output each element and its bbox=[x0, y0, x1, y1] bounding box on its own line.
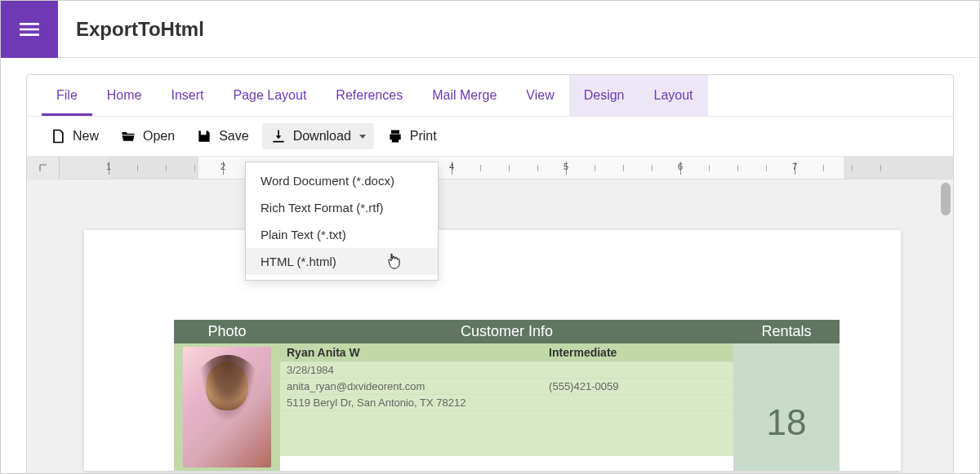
rentals-count: 18 bbox=[733, 371, 840, 443]
tab-mail-merge[interactable]: Mail Merge bbox=[417, 75, 511, 116]
file-toolbar: New Open Save Download Print bbox=[27, 116, 953, 157]
tab-insert[interactable]: Insert bbox=[156, 75, 218, 116]
rentals-cell: 18 bbox=[733, 343, 840, 471]
ruler-label: 4 bbox=[449, 162, 454, 171]
chevron-down-icon bbox=[359, 135, 366, 139]
file-new-icon bbox=[50, 128, 66, 144]
photo-cell bbox=[174, 343, 280, 471]
download-option-docx[interactable]: Word Document (*.docx) bbox=[246, 167, 438, 194]
tab-home[interactable]: Home bbox=[92, 75, 157, 116]
topbar: ExportToHtml bbox=[1, 1, 979, 58]
customer-email: anita_ryan@dxvideorent.com bbox=[280, 378, 542, 394]
ruler-label: 7 bbox=[792, 162, 797, 171]
ruler-label: 2 bbox=[220, 162, 225, 171]
new-button[interactable]: New bbox=[42, 123, 107, 149]
col-rentals: Rentals bbox=[733, 320, 840, 343]
customer-phone: (555)421-0059 bbox=[542, 378, 733, 394]
horizontal-ruler: 1 2 3 4 5 6 7 bbox=[27, 157, 953, 179]
page: Photo Customer Info Rentals Ryan Anita W… bbox=[84, 230, 901, 471]
print-icon bbox=[387, 128, 403, 144]
app-title: ExportToHtml bbox=[58, 18, 204, 41]
ribbon-tabs: File Home Insert Page Layout References … bbox=[27, 75, 953, 116]
customer-blank bbox=[280, 410, 733, 456]
customer-dob: 3/28/1984 bbox=[280, 361, 733, 378]
document-view[interactable]: Photo Customer Info Rentals Ryan Anita W… bbox=[27, 179, 953, 473]
ruler-label: 6 bbox=[678, 162, 683, 171]
download-option-rtf[interactable]: Rich Text Format (*.rtf) bbox=[246, 194, 438, 221]
info-cell: Ryan Anita W Intermediate 3/28/1984 anit… bbox=[280, 343, 733, 471]
download-icon bbox=[270, 128, 287, 144]
new-label: New bbox=[73, 129, 99, 144]
download-option-html[interactable]: HTML (*.html) bbox=[246, 248, 438, 275]
col-photo: Photo bbox=[174, 320, 280, 343]
print-button[interactable]: Print bbox=[379, 123, 445, 149]
rich-editor: File Home Insert Page Layout References … bbox=[26, 74, 954, 474]
download-label: Download bbox=[293, 129, 351, 144]
customer-address: 5119 Beryl Dr, San Antonio, TX 78212 bbox=[280, 394, 733, 410]
download-option-html-label: HTML (*.html) bbox=[261, 255, 336, 268]
scrollbar-thumb[interactable] bbox=[941, 183, 951, 215]
folder-open-icon bbox=[120, 128, 136, 144]
customer-name: Ryan Anita W bbox=[280, 343, 542, 361]
download-dropdown: Word Document (*.docx) Rich Text Format … bbox=[245, 162, 439, 281]
tab-layout[interactable]: Layout bbox=[639, 75, 708, 116]
open-label: Open bbox=[143, 129, 175, 144]
ruler-corner-icon bbox=[27, 157, 60, 179]
ruler-scale[interactable]: 1 2 3 4 5 6 7 bbox=[60, 157, 953, 179]
tab-references[interactable]: References bbox=[321, 75, 417, 116]
col-info: Customer Info bbox=[280, 320, 733, 343]
download-option-txt[interactable]: Plain Text (*.txt) bbox=[246, 221, 438, 248]
save-label: Save bbox=[219, 129, 248, 144]
vertical-scrollbar[interactable] bbox=[938, 179, 953, 473]
download-button[interactable]: Download bbox=[262, 123, 374, 149]
tab-design[interactable]: Design bbox=[569, 75, 639, 116]
open-button[interactable]: Open bbox=[112, 123, 183, 149]
ruler-label: 5 bbox=[564, 162, 568, 171]
cursor-hand-icon bbox=[387, 253, 400, 269]
print-label: Print bbox=[410, 129, 437, 144]
tab-page-layout[interactable]: Page Layout bbox=[218, 75, 321, 116]
tab-view[interactable]: View bbox=[511, 75, 568, 116]
customer-photo bbox=[183, 347, 271, 467]
customer-level: Intermediate bbox=[542, 343, 733, 361]
hamburger-icon bbox=[16, 16, 42, 42]
customer-table[interactable]: Photo Customer Info Rentals Ryan Anita W… bbox=[174, 320, 840, 471]
hamburger-menu-button[interactable] bbox=[1, 1, 58, 58]
tab-file[interactable]: File bbox=[42, 75, 92, 116]
ruler-label: 1 bbox=[106, 162, 111, 171]
save-button[interactable]: Save bbox=[188, 123, 256, 149]
save-icon bbox=[196, 128, 212, 144]
